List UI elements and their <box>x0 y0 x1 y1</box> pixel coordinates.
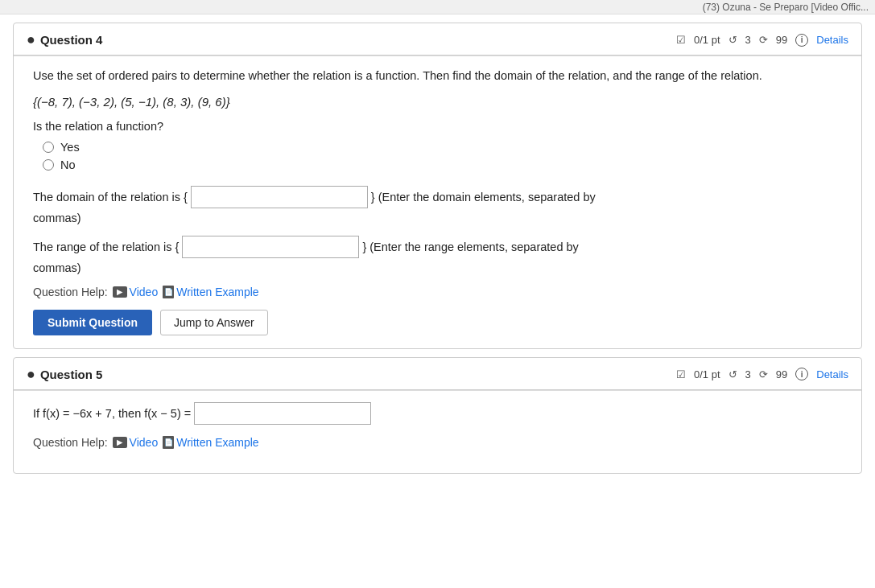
q4-video-link[interactable]: ▶ Video <box>113 286 159 298</box>
q5-written-example-link[interactable]: 📄 Written Example <box>163 436 258 449</box>
question-5-header: ● Question 5 ☑ 0/1 pt ↺ 3 ⟳ 99 i Details <box>14 358 861 390</box>
q5-video-label: Video <box>130 436 159 449</box>
question-5-body: If f(x) = −6x + 7, then f(x − 5) = Quest… <box>14 391 861 473</box>
q4-video-label: Video <box>130 286 159 298</box>
question-4-header: ● Question 4 ☑ 0/1 pt ↺ 3 ⟳ 99 i Details <box>14 23 861 56</box>
top-bar: (73) Ozuna - Se Preparo [Video Offic... <box>0 0 875 14</box>
question-4-label: Question 4 <box>40 33 103 47</box>
q5-function-input[interactable] <box>194 402 371 425</box>
question-5-block: ● Question 5 ☑ 0/1 pt ↺ 3 ⟳ 99 i Details… <box>13 357 862 474</box>
question-4-meta: ☑ 0/1 pt ↺ 3 ⟳ 99 i Details <box>676 34 848 47</box>
bullet-q5: ● <box>27 366 35 383</box>
q5-attempts-icon: ⟳ <box>759 368 768 380</box>
q4-points: 0/1 pt <box>694 34 720 46</box>
range-input-row: The range of the relation is { } (Enter … <box>33 236 842 258</box>
q4-attempts-icon: ⟳ <box>759 34 768 46</box>
details-link-q5[interactable]: Details <box>816 368 848 380</box>
q5-retry-icon: ↺ <box>728 368 737 380</box>
doc-icon-q4: 📄 <box>163 286 174 298</box>
top-bar-text: (73) Ozuna - Se Preparo [Video Offic... <box>703 2 869 13</box>
range-suffix: } (Enter the range elements, separated b… <box>362 241 578 253</box>
q5-video-link[interactable]: ▶ Video <box>113 436 159 449</box>
bookmark-icon-q5: ☑ <box>676 368 686 380</box>
details-link-q4[interactable]: Details <box>816 34 848 46</box>
q4-retries: 3 <box>745 34 751 46</box>
radio-yes[interactable]: Yes <box>43 141 842 154</box>
q4-written-example-label: Written Example <box>176 286 258 298</box>
radio-no-label: No <box>60 158 76 171</box>
domain-input-row: The domain of the relation is { } (Enter… <box>33 186 842 208</box>
bookmark-icon-q4: ☑ <box>676 34 686 46</box>
video-icon-q4: ▶ <box>113 286 127 298</box>
q4-subquestion: Is the relation a function? <box>33 120 842 133</box>
domain-input[interactable] <box>191 186 368 208</box>
q5-written-example-label: Written Example <box>176 436 258 449</box>
range-input[interactable] <box>182 236 359 258</box>
info-icon-q5[interactable]: i <box>795 368 808 380</box>
q5-function-row: If f(x) = −6x + 7, then f(x − 5) = <box>33 402 842 425</box>
q4-help-row: Question Help: ▶ Video 📄 Written Example <box>33 286 842 298</box>
domain-suffix: } (Enter the domain elements, separated … <box>371 191 596 204</box>
radio-yes-input[interactable] <box>43 142 54 153</box>
q4-help-label: Question Help: <box>33 286 108 298</box>
q5-help-row: Question Help: ▶ Video 📄 Written Example <box>33 436 842 449</box>
radio-no[interactable]: No <box>43 158 842 171</box>
q4-set: {(−8, 7), (−3, 2), (5, −1), (8, 3), (9, … <box>33 95 842 109</box>
q5-help-label: Question Help: <box>33 436 108 449</box>
question-5-meta: ☑ 0/1 pt ↺ 3 ⟳ 99 i Details <box>676 368 848 380</box>
domain-continuation: commas) <box>33 212 842 224</box>
range-continuation: commas) <box>33 261 842 274</box>
jump-to-answer-button[interactable]: Jump to Answer <box>160 310 268 335</box>
radio-no-input[interactable] <box>43 159 54 171</box>
domain-prefix: The domain of the relation is { <box>33 191 188 204</box>
question-4-body: Use the set of ordered pairs to determin… <box>14 56 861 348</box>
page-container: (73) Ozuna - Se Preparo [Video Offic... … <box>0 0 875 588</box>
video-icon-q5: ▶ <box>113 437 127 448</box>
q4-instruction: Use the set of ordered pairs to determin… <box>33 68 842 85</box>
q4-retry-icon: ↺ <box>728 34 737 46</box>
question-4-title: ● Question 4 <box>27 31 102 48</box>
radio-yes-label: Yes <box>60 141 80 154</box>
q4-radio-group: Yes No <box>43 141 842 171</box>
question-5-label: Question 5 <box>40 368 103 381</box>
info-icon-q4[interactable]: i <box>795 34 808 47</box>
q5-retries: 3 <box>745 368 751 380</box>
q5-function-text: If f(x) = −6x + 7, then f(x − 5) = <box>33 407 191 420</box>
q4-action-row: Submit Question Jump to Answer <box>33 310 842 335</box>
question-4-block: ● Question 4 ☑ 0/1 pt ↺ 3 ⟳ 99 i Details… <box>13 23 862 349</box>
question-5-title: ● Question 5 <box>27 366 102 383</box>
doc-icon-q5: 📄 <box>163 436 174 449</box>
q5-attempts: 99 <box>776 368 787 380</box>
q5-points: 0/1 pt <box>694 368 720 380</box>
bullet-q4: ● <box>27 31 35 48</box>
q4-attempts: 99 <box>776 34 787 46</box>
q4-written-example-link[interactable]: 📄 Written Example <box>163 286 258 298</box>
range-prefix: The range of the relation is { <box>33 241 179 253</box>
submit-question-button[interactable]: Submit Question <box>33 310 152 335</box>
